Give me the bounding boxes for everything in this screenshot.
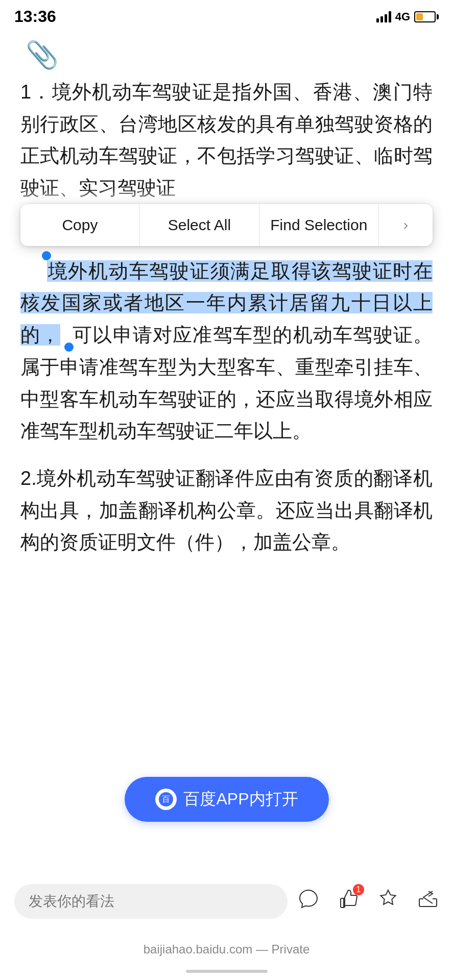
- paragraph-1: 1．境外机动车驾驶证是指外国、香港、澳门特别行政区、台湾地区核发的具有单独驾驶资…: [20, 76, 433, 204]
- paragraph-3-text: 2.境外机动车驾驶证翻译件应由有资质的翻译机构出具，加盖翻译机构公章。还应当出具…: [20, 462, 433, 558]
- chevron-right-icon: ›: [403, 217, 408, 233]
- status-time: 13:36: [14, 7, 56, 26]
- battery-indicator: [414, 11, 439, 22]
- selection-handle-right: [64, 342, 74, 352]
- paperclip-icon: 📎: [26, 41, 433, 68]
- paragraph-2-text[interactable]: 境外机动车驾驶证须满足取得该驾驶证时在核发国家或者地区一年内累计居留九十日以上的…: [20, 251, 433, 447]
- status-icons: 4G: [376, 10, 439, 23]
- baidu-open-button[interactable]: 百 百度APP内打开: [124, 777, 328, 822]
- comment-input[interactable]: [14, 884, 288, 919]
- star-icon[interactable]: [377, 888, 399, 915]
- like-icon[interactable]: 1: [338, 888, 359, 915]
- more-menu-button[interactable]: ›: [379, 204, 433, 246]
- status-bar: 13:36 4G: [0, 0, 453, 31]
- context-menu-wrapper: Copy Select All Find Selection ›: [15, 204, 438, 246]
- baidu-logo-icon: 百: [155, 789, 176, 810]
- url-bar: baijiahao.baidu.com — Private: [0, 942, 453, 957]
- share-icon[interactable]: [417, 888, 439, 915]
- home-indicator: [186, 970, 268, 973]
- signal-icon: [376, 11, 391, 22]
- paragraph-1-text: 1．境外机动车驾驶证是指外国、香港、澳门特别行政区、台湾地区核发的具有单独驾驶资…: [20, 76, 433, 204]
- bottom-bar: 1: [0, 884, 453, 919]
- paragraph-2-rest: 可以申请对应准驾车型的机动车驾驶证。属于申请准驾车型为大型客车、重型牵引挂车、中…: [20, 324, 433, 442]
- content-area: 📎 1．境外机动车驾驶证是指外国、香港、澳门特别行政区、台湾地区核发的具有单独驾…: [0, 31, 453, 558]
- paragraph-3: 2.境外机动车驾驶证翻译件应由有资质的翻译机构出具，加盖翻译机构公章。还应当出具…: [20, 462, 433, 558]
- bottom-icons: 1: [298, 888, 439, 915]
- comment-icon[interactable]: [298, 888, 319, 915]
- select-all-button[interactable]: Select All: [140, 204, 259, 246]
- selected-paragraph: 境外机动车驾驶证须满足取得该驾驶证时在核发国家或者地区一年内累计居留九十日以上的…: [20, 251, 433, 447]
- context-menu: Copy Select All Find Selection ›: [20, 204, 433, 246]
- selection-handle-left: [42, 251, 51, 260]
- baidu-btn-wrapper: 百 百度APP内打开: [124, 777, 328, 822]
- network-indicator: 4G: [395, 10, 410, 23]
- like-badge: 1: [353, 884, 364, 895]
- svg-text:百: 百: [161, 795, 170, 803]
- copy-button[interactable]: Copy: [20, 204, 140, 246]
- find-selection-button[interactable]: Find Selection: [259, 204, 379, 246]
